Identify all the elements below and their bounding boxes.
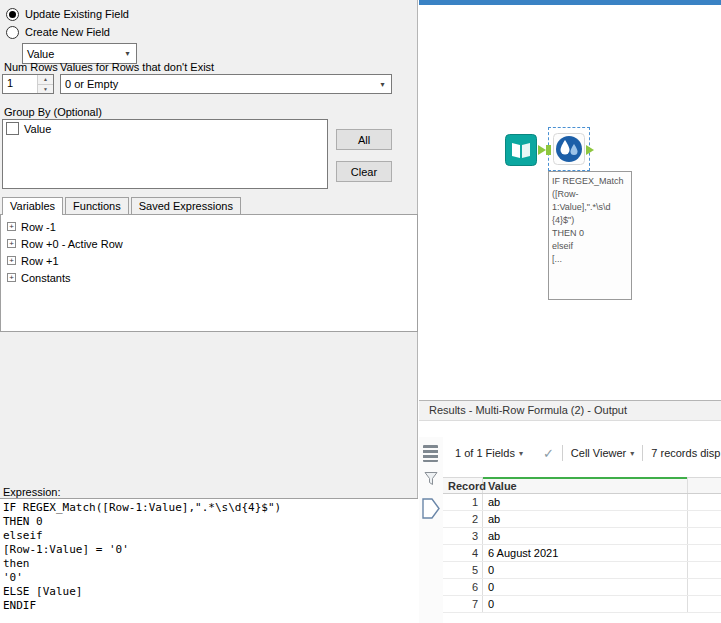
num-rows-value: 1 [3,75,37,93]
all-button[interactable]: All [336,129,392,150]
annotation-line: {4}$") [552,214,628,227]
expression-label: Expression: [3,486,60,498]
value-cell[interactable]: 0 [483,596,688,612]
missing-values-label: Values for Rows that don't Exist [60,61,214,73]
update-existing-field-radio[interactable]: Update Existing Field [6,7,129,21]
tab-saved-expressions[interactable]: Saved Expressions [131,197,241,214]
records-count-text: 7 records disp [651,447,720,459]
tree-item-label: Row +1 [21,255,59,267]
expand-icon[interactable]: + [7,256,16,265]
toolbar-separator [562,445,563,461]
value-cell[interactable]: 0 [483,579,688,595]
variables-tree: + Row -1 + Row +0 - Active Row + Row +1 … [0,214,418,332]
text-input-output-anchor[interactable] [538,145,546,155]
missing-values-dropdown[interactable]: 0 or Empty ▾ [60,74,392,94]
results-toolbar: 1 of 1 Fields ▾ ✓ Cell Viewer ▾ 7 record… [443,441,721,465]
fields-dropdown-label: 1 of 1 Fields [455,447,515,459]
expression-tabs: Variables Functions Saved Expressions [2,197,243,214]
results-panel: Results - Multi-Row Formula (2) - Output… [419,400,721,623]
value-cell[interactable]: ab [483,511,688,527]
expression-code[interactable]: IF REGEX_Match([Row-1:Value],".*\s\d{4}$… [0,499,418,615]
value-cell[interactable]: ab [483,528,688,544]
data-view-icon[interactable] [423,445,438,462]
annotation-line: IF REGEX_Match [552,175,628,188]
output-anchor-icon[interactable] [420,497,442,522]
annotation-line: THEN 0 [552,227,628,240]
chevron-down-icon: ▾ [519,449,523,458]
multirow-output-anchor[interactable] [586,145,594,155]
toolbar-separator [642,445,643,461]
spinner-buttons: ▲ ▼ [37,75,53,93]
annotation-line: elseif [552,240,628,253]
record-cell[interactable]: 5 [443,562,483,578]
results-title: Results - Multi-Row Formula (2) - Output [419,401,721,421]
table-row: 5 0 [443,562,721,579]
tree-item-row-active[interactable]: + Row +0 - Active Row [1,235,417,252]
expand-icon[interactable]: + [7,239,16,248]
group-by-listbox[interactable]: Value [2,119,328,189]
record-cell[interactable]: 7 [443,596,483,612]
value-cell[interactable]: 6 August 2021 [483,545,688,561]
radio-selected-icon[interactable] [6,8,19,21]
update-existing-field-label: Update Existing Field [25,8,129,20]
cell-viewer-dropdown[interactable]: Cell Viewer ▾ [571,447,634,459]
record-cell[interactable]: 4 [443,545,483,561]
group-by-label: Group By (Optional) [4,106,102,118]
missing-values-value: 0 or Empty [61,78,374,90]
workflow-canvas[interactable]: IF REGEX_Match ([Row- 1:Value],".*\s\d {… [419,0,721,400]
tree-item-label: Constants [21,272,71,284]
table-row: 3 ab [443,528,721,545]
table-row: 7 0 [443,596,721,613]
num-rows-stepper[interactable]: 1 ▲ ▼ [2,74,54,94]
metadata-icon[interactable] [423,471,439,488]
chevron-down-icon: ▾ [630,449,634,458]
checkbox-unchecked-icon[interactable] [6,122,19,135]
tab-functions[interactable]: Functions [65,197,129,214]
text-input-tool[interactable] [505,134,537,166]
multirow-input-anchor[interactable] [546,145,551,155]
record-cell[interactable]: 6 [443,579,483,595]
table-row: 4 6 August 2021 [443,545,721,562]
create-new-field-radio[interactable]: Create New Field [6,25,110,39]
tree-item-label: Row +0 - Active Row [21,238,123,250]
results-side-strip [419,437,443,623]
fields-dropdown[interactable]: 1 of 1 Fields ▾ [455,447,523,459]
table-row: 2 ab [443,511,721,528]
value-column-header[interactable]: Value [483,478,688,493]
multirow-formula-config-panel: Update Existing Field Create New Field V… [0,0,418,623]
table-row: 1 ab [443,494,721,511]
chevron-down-icon[interactable]: ▾ [374,75,391,93]
value-cell[interactable]: 0 [483,562,688,578]
num-rows-label: Num Rows [4,61,58,73]
apply-check-icon[interactable]: ✓ [543,446,554,461]
clear-button[interactable]: Clear [336,161,392,182]
record-cell[interactable]: 3 [443,528,483,544]
annotation-line: 1:Value],".*\s\d [552,201,628,214]
tree-item-constants[interactable]: + Constants [1,269,417,286]
text-input-icon [505,134,537,166]
tool-annotation: IF REGEX_Match ([Row- 1:Value],".*\s\d {… [548,171,632,300]
radio-unselected-icon[interactable] [6,26,19,39]
table-row: 6 0 [443,579,721,596]
canvas-top-border [419,0,721,5]
multirow-formula-icon [553,133,585,165]
spinner-down-icon[interactable]: ▼ [38,85,53,94]
tree-item-row-minus1[interactable]: + Row -1 [1,218,417,235]
annotation-line: [... [552,253,628,266]
spinner-up-icon[interactable]: ▲ [38,75,53,85]
value-cell[interactable]: ab [483,494,688,510]
expand-icon[interactable]: + [7,222,16,231]
record-cell[interactable]: 1 [443,494,483,510]
record-cell[interactable]: 2 [443,511,483,527]
create-new-field-label: Create New Field [25,26,110,38]
tab-variables[interactable]: Variables [2,197,63,215]
multirow-formula-tool[interactable] [553,133,585,165]
expand-icon[interactable]: + [7,273,16,282]
group-by-item-label: Value [24,123,51,135]
record-column-header[interactable]: Record [443,478,483,493]
tree-item-label: Row -1 [21,221,56,233]
expression-editor[interactable]: IF REGEX_Match([Row-1:Value],".*\s\d{4}$… [0,498,418,623]
tree-item-row-plus1[interactable]: + Row +1 [1,252,417,269]
group-by-item-value[interactable]: Value [3,120,327,137]
cell-viewer-label: Cell Viewer [571,447,626,459]
